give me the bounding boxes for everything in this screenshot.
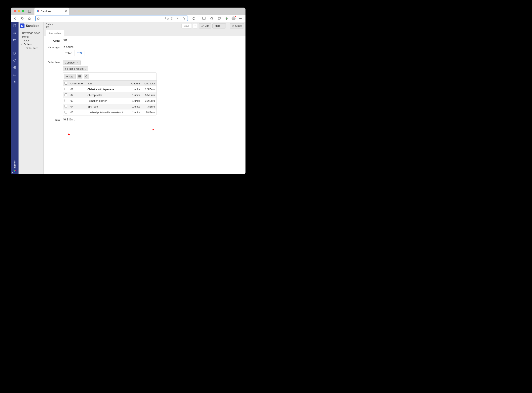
svg-rect-6 xyxy=(172,17,172,18)
filter-button[interactable]: Filter 5 results… xyxy=(63,66,89,71)
cell-line-total: 3.2 Euro xyxy=(141,98,157,104)
list-icon[interactable] xyxy=(77,74,82,79)
cell-item: Heineken pilsner xyxy=(86,98,128,104)
cell-amount: 1 units xyxy=(128,86,142,92)
order-lines-grid: Order line Item Amount Line total 01Ciab… xyxy=(63,80,157,115)
save-button[interactable]: Save xyxy=(181,23,192,29)
checklist-icon[interactable] xyxy=(13,31,17,35)
row-checkbox[interactable] xyxy=(64,93,67,96)
tab-close-icon[interactable]: ✕ xyxy=(65,10,67,13)
extensions-icon[interactable] xyxy=(191,16,196,21)
row-checkbox[interactable] xyxy=(64,111,67,113)
sidebar-toggle-icon[interactable] xyxy=(28,10,31,13)
plus-icon: + xyxy=(66,75,68,78)
cell-order-line: 05 xyxy=(69,109,86,115)
profile-avatar[interactable] xyxy=(232,16,236,20)
col-item[interactable]: Item xyxy=(86,81,128,87)
table-row[interactable]: 05Mashed potato with sauerkraut2 units28… xyxy=(63,109,157,115)
window-controls xyxy=(11,10,24,12)
favorite-star-icon[interactable] xyxy=(182,17,186,20)
close-icon: ✕ xyxy=(232,24,234,27)
svg-rect-0 xyxy=(28,10,31,13)
split-screen-icon[interactable] xyxy=(201,16,207,21)
minimize-window-icon[interactable] xyxy=(18,10,20,12)
nav-item-menu[interactable]: Menu xyxy=(21,35,43,39)
toolbar-right-icons: + + ⋯ xyxy=(191,16,244,21)
doc-icon[interactable] xyxy=(13,24,17,28)
more-button[interactable]: More xyxy=(212,23,226,29)
collections-icon[interactable]: + xyxy=(217,16,222,21)
table-toolbar: + Add xyxy=(63,73,157,80)
pencil-icon xyxy=(201,25,204,27)
form-content: Order 001 Order type In-house Table T03 … xyxy=(44,36,246,174)
login-icon[interactable] xyxy=(13,51,17,55)
browser-tab[interactable]: Sandbox ✕ xyxy=(34,8,69,15)
field-value-order-type: In-house xyxy=(63,45,74,49)
breadcrumb-sub: 001 xyxy=(46,26,181,29)
select-all-checkbox[interactable] xyxy=(64,82,67,85)
nav-list: Beverage types Menu Tables Orders Order … xyxy=(19,30,43,50)
svg-rect-18 xyxy=(13,74,16,76)
globe-icon[interactable] xyxy=(13,65,17,70)
table-ref-link[interactable]: T03 xyxy=(74,50,84,56)
cell-item: Mashed potato with sauerkraut xyxy=(86,109,128,115)
back-button[interactable] xyxy=(13,16,18,21)
table-row[interactable]: 03Heineken pilsner1 units3.2 Euro xyxy=(63,98,157,104)
qr-icon[interactable] xyxy=(170,17,175,20)
close-button[interactable]: ✕ Close xyxy=(230,23,244,29)
cell-line-total: 3 Euro xyxy=(141,104,157,109)
home-button[interactable] xyxy=(27,16,32,21)
annotation-arrow-left xyxy=(69,133,69,145)
address-bar[interactable]: A» xyxy=(35,15,188,21)
palette-icon[interactable] xyxy=(13,58,17,63)
save-dropdown[interactable] xyxy=(193,23,198,29)
gear-icon[interactable] xyxy=(13,80,17,84)
cell-amount: 2 units xyxy=(128,109,142,115)
close-window-icon[interactable] xyxy=(14,10,16,12)
col-amount[interactable]: Amount xyxy=(128,81,142,87)
view-mode-selector[interactable]: Compact xyxy=(63,60,81,65)
nav-item-tables[interactable]: Tables xyxy=(21,39,43,42)
app-header: S Sandbox xyxy=(19,22,43,30)
table-row[interactable]: 04Spa rood1 units3 Euro xyxy=(63,104,157,109)
svg-text:+: + xyxy=(218,18,219,19)
row-checkbox[interactable] xyxy=(64,99,67,102)
field-label-order-type: Order type xyxy=(44,45,63,49)
add-button[interactable]: + Add xyxy=(64,74,76,79)
cell-item: Spa rood xyxy=(86,104,128,109)
window-icon[interactable] xyxy=(13,38,17,42)
text-size-icon[interactable]: A» xyxy=(176,17,180,20)
table-row[interactable]: 02Shrimp salad1 units3.5 Euro xyxy=(63,92,157,98)
cell-order-line: 01 xyxy=(69,86,86,92)
responsive-icon[interactable] xyxy=(165,17,169,20)
lock-icon xyxy=(37,17,40,20)
edit-button[interactable]: Edit xyxy=(199,23,211,29)
shopping-icon[interactable] xyxy=(224,16,229,21)
app-logo-icon: S xyxy=(20,24,25,28)
menu-icon[interactable]: ⋯ xyxy=(238,16,243,21)
col-line-total[interactable]: Line total xyxy=(141,81,157,87)
favorites-icon[interactable]: + xyxy=(209,16,214,21)
field-label-order: Order xyxy=(44,39,63,42)
nav-item-orders[interactable]: Orders xyxy=(21,42,43,46)
nav-item-order-lines[interactable]: Order lines xyxy=(21,46,43,50)
keyboard-icon[interactable] xyxy=(13,73,17,77)
refresh-icon[interactable] xyxy=(84,74,89,79)
row-checkbox[interactable] xyxy=(64,105,67,108)
table-row[interactable]: 01Ciabatta with tapenade1 units2.5 Euro xyxy=(63,86,157,92)
maximize-window-icon[interactable] xyxy=(22,10,24,12)
nav-panel: S Sandbox Beverage types Menu Tables Ord… xyxy=(19,22,44,174)
chevron-right-icon xyxy=(65,68,67,70)
field-label-total: Total xyxy=(44,118,63,121)
field-value-order: 001 xyxy=(63,39,67,42)
cell-amount: 1 units xyxy=(128,104,142,109)
refresh-button[interactable] xyxy=(20,16,25,21)
new-tab-button[interactable]: + xyxy=(72,9,74,13)
browser-window: Sandbox ✕ + A» + + ⋯ xyxy=(11,8,246,174)
tab-properties[interactable]: Properties xyxy=(46,30,64,36)
nav-item-beverage-types[interactable]: Beverage types xyxy=(21,31,43,35)
table-reference: Table T03 xyxy=(63,50,84,56)
row-checkbox[interactable] xyxy=(64,88,67,90)
tab-title: Sandbox xyxy=(41,10,65,13)
col-order-line[interactable]: Order line xyxy=(69,81,86,87)
